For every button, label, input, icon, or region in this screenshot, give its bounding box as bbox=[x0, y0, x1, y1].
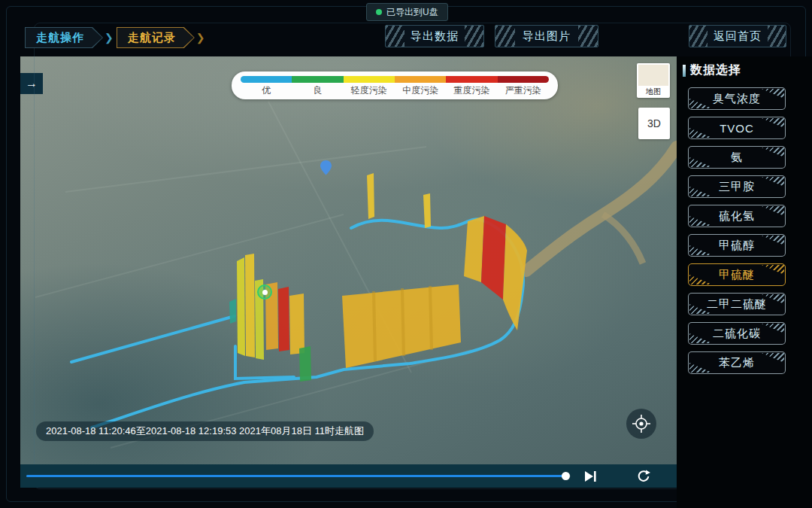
pollutant-button-2[interactable]: 氨 bbox=[688, 146, 786, 169]
skip-to-end-icon bbox=[585, 471, 597, 482]
nav-tabs: 走航操作❯走航记录❯ bbox=[25, 27, 208, 48]
chevron-right-icon: ❯ bbox=[196, 32, 205, 44]
current-position-icon bbox=[257, 284, 272, 300]
stripe-decor bbox=[689, 26, 707, 47]
arrow-right-icon[interactable]: → bbox=[20, 73, 43, 94]
map-layer-thumbnail bbox=[638, 65, 668, 86]
map-pin-icon bbox=[320, 160, 332, 178]
progress-track[interactable] bbox=[26, 475, 571, 477]
pollutant-button-3[interactable]: 三甲胺 bbox=[688, 175, 786, 198]
legend-segment bbox=[292, 76, 343, 83]
stripe-decor bbox=[386, 26, 404, 47]
pollutant-button-8[interactable]: 二硫化碳 bbox=[688, 322, 786, 345]
map-layer-label: 地图 bbox=[638, 87, 668, 97]
stripe-decor bbox=[495, 26, 515, 47]
stripe-decor bbox=[768, 26, 786, 47]
skip-to-end-button[interactable] bbox=[583, 468, 599, 485]
stripe-decor bbox=[578, 26, 598, 47]
export-image-button[interactable]: 导出图片 bbox=[495, 25, 598, 47]
tab-cruise-record[interactable]: 走航记录 bbox=[117, 27, 195, 48]
aqi-legend: 优良轻度污染中度污染重度污染严重污染 bbox=[232, 71, 558, 99]
pollutant-button-0[interactable]: 臭气浓度 bbox=[688, 87, 786, 110]
aqi-legend-labels: 优良轻度污染中度污染重度污染严重污染 bbox=[241, 83, 549, 97]
pollutant-list: 臭气浓度TVOC氨三甲胺硫化氢甲硫醇甲硫醚二甲二硫醚二硫化碳苯乙烯 bbox=[688, 87, 786, 374]
legend-segment bbox=[498, 76, 549, 83]
refresh-icon bbox=[637, 470, 650, 483]
toast-label: 已导出到U盘 bbox=[386, 6, 438, 19]
export-toast: 已导出到U盘 bbox=[366, 3, 448, 21]
export-data-button[interactable]: 导出数据 bbox=[385, 25, 484, 47]
pollutant-button-7[interactable]: 二甲二硫醚 bbox=[688, 293, 786, 315]
locate-button[interactable] bbox=[626, 409, 656, 439]
chevron-right-icon: ❯ bbox=[105, 32, 114, 44]
pollutant-button-5[interactable]: 甲硫醇 bbox=[688, 234, 786, 257]
tab-label: 走航记录 bbox=[117, 28, 194, 47]
tab-cruise-operation[interactable]: 走航操作 bbox=[25, 27, 103, 48]
legend-segment bbox=[241, 76, 292, 83]
map-canvas[interactable]: → 优良轻度污染中度污染重度污染严重污染 地图 3D 2021-08-18 11… bbox=[20, 56, 677, 465]
time-range-caption: 2021-08-18 11:20:46至2021-08-18 12:19:53 … bbox=[36, 421, 374, 441]
tab-label: 走航操作 bbox=[26, 28, 102, 47]
aqi-legend-bar bbox=[241, 76, 549, 83]
legend-label: 中度污染 bbox=[395, 84, 446, 97]
pollutant-button-6[interactable]: 甲硫醚 bbox=[688, 263, 786, 286]
data-select-panel: 数据选择 臭气浓度TVOC氨三甲胺硫化氢甲硫醇甲硫醚二甲二硫醚二硫化碳苯乙烯 bbox=[677, 56, 812, 508]
legend-label: 轻度污染 bbox=[344, 84, 395, 97]
map-layer-button[interactable]: 地图 bbox=[637, 63, 670, 98]
progress-handle[interactable] bbox=[562, 472, 570, 480]
pollution-walls bbox=[229, 173, 527, 382]
crosshair-icon bbox=[632, 414, 651, 433]
panel-title-text: 数据选择 bbox=[690, 62, 741, 78]
title-bar-decor bbox=[683, 65, 686, 77]
pollution-3d-visualization bbox=[20, 56, 677, 465]
map-3d-button[interactable]: 3D bbox=[638, 108, 670, 139]
legend-label: 优 bbox=[241, 84, 292, 97]
green-dot-icon bbox=[376, 9, 382, 15]
legend-segment bbox=[344, 76, 395, 83]
pollutant-button-9[interactable]: 苯乙烯 bbox=[688, 351, 786, 374]
legend-segment bbox=[395, 76, 446, 83]
legend-segment bbox=[446, 76, 497, 83]
playback-bar bbox=[20, 464, 677, 488]
legend-label: 严重污染 bbox=[498, 84, 549, 97]
pollutant-button-4[interactable]: 硫化氢 bbox=[688, 205, 786, 227]
action-label: 导出图片 bbox=[515, 29, 578, 44]
action-label: 返回首页 bbox=[707, 29, 768, 44]
river bbox=[526, 147, 677, 271]
legend-label: 重度污染 bbox=[446, 84, 497, 97]
refresh-button[interactable] bbox=[635, 468, 652, 485]
app-window: 已导出到U盘 走航操作❯走航记录❯ 导出数据导出图片返回首页 bbox=[0, 0, 812, 508]
legend-label: 良 bbox=[292, 84, 343, 97]
back-home-button[interactable]: 返回首页 bbox=[689, 25, 786, 47]
stripe-decor bbox=[465, 26, 483, 47]
panel-title: 数据选择 bbox=[683, 62, 741, 78]
action-label: 导出数据 bbox=[404, 29, 465, 44]
progress-fill bbox=[26, 475, 565, 477]
pollutant-button-1[interactable]: TVOC bbox=[688, 117, 786, 139]
